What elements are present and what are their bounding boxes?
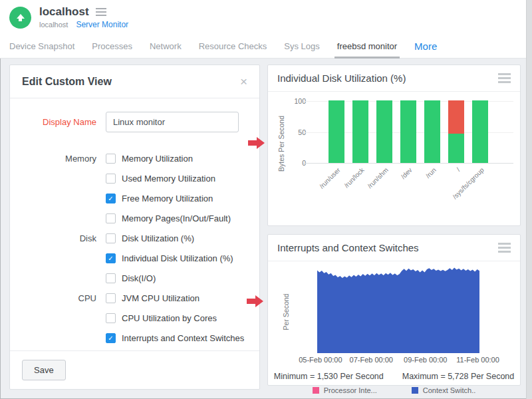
interrupts-plot-area: [317, 265, 479, 353]
checkbox-label: Disk Utilization (%): [122, 233, 194, 243]
edit-custom-view-dialog: Edit Custom View × Display Name MemoryMe…: [9, 65, 260, 390]
content-area: Edit Custom View × Display Name MemoryMe…: [0, 59, 532, 399]
bar-xlabel: /: [414, 166, 461, 213]
chart-menu-icon[interactable]: [498, 73, 511, 83]
tab-processes[interactable]: Processes: [92, 35, 132, 59]
dialog-title: Edit Custom View: [22, 76, 112, 88]
breadcrumb-server-monitor-link[interactable]: Server Monitor: [76, 20, 128, 29]
bar-/run/user: [329, 100, 344, 163]
group-label: Memory: [22, 154, 96, 164]
interrupts-xlabels: 05-Feb 00:00 07-Feb 00:00 09-Feb 00:00 1…: [317, 356, 479, 365]
save-button[interactable]: Save: [22, 360, 66, 380]
group-label: CPU: [22, 293, 96, 303]
vertical-scrollbar[interactable]: [526, 0, 532, 399]
checkbox-list: MemoryMemory UtilizationUsed Memory Util…: [22, 148, 247, 348]
checkbox-label: Interrupts and Context Switches: [122, 333, 244, 343]
bar-/dev: [400, 100, 416, 163]
checkbox-unchecked[interactable]: [106, 154, 116, 164]
checkbox-option-row: ✓Free Memory Utilization: [22, 188, 247, 208]
checkbox-checked[interactable]: ✓: [106, 253, 116, 263]
ytick-100: 100: [279, 97, 306, 105]
checkbox-option-row: Memory Pages(In/Out/Fault): [22, 208, 247, 228]
hamburger-menu-icon[interactable]: [96, 8, 106, 16]
checkbox-option-row: DiskDisk Utilization (%): [22, 228, 247, 248]
checkbox-unchecked[interactable]: [106, 313, 116, 323]
checkbox-option-row: CPU Utilization by Cores: [22, 308, 247, 328]
disk-bars: [329, 100, 488, 163]
bar-/: [448, 100, 464, 163]
display-name-input[interactable]: [106, 112, 239, 132]
interrupts-panel: Interrupts and Context Switches Per Seco…: [267, 234, 521, 386]
arrow-to-disk-chart-icon: [248, 137, 265, 149]
checkbox-option-row: Used Memory Utilization: [22, 168, 247, 188]
bar-xlabel: /run: [390, 166, 437, 213]
disk-chart-title: Individual Disk Utilization (%): [277, 72, 406, 84]
interrupts-area-chart: Per Second 4,000 2,000 0 05-Feb 00:00 07…: [268, 261, 520, 361]
checkbox-option-row: Disk(I/O): [22, 268, 247, 288]
bar-/run/lock: [352, 100, 368, 163]
display-name-label: Display Name: [22, 117, 96, 127]
interrupts-legend: Processor Inte... Context Switch..: [268, 386, 520, 394]
checkbox-checked[interactable]: ✓: [106, 194, 116, 203]
bar-xlabel: /sys/fs/cgroup: [438, 166, 485, 213]
area-series-svg: [317, 265, 479, 353]
disk-xlabels: /run/user/run/lock/run/shm/dev/run//sys/…: [329, 166, 488, 197]
context-switches-area: [317, 268, 479, 354]
bar-xlabel: /run/shm: [342, 166, 389, 213]
group-label: Disk: [22, 233, 96, 243]
checkbox-option-row: ✓Individual Disk Utilization (%): [22, 248, 247, 268]
ytick-0: 0: [279, 159, 306, 167]
checkbox-unchecked[interactable]: [106, 174, 116, 184]
checkbox-option-row: ✓Interrupts and Context Switches: [22, 328, 247, 348]
bar-xlabel: /run/user: [294, 166, 341, 213]
tab-freebsd-monitor[interactable]: freebsd monitor: [337, 35, 397, 59]
checkbox-label: JVM CPU Utilization: [122, 293, 200, 303]
bar-/run: [424, 100, 440, 163]
chart-menu-icon[interactable]: [498, 243, 511, 253]
bar-/run/shm: [376, 100, 392, 163]
checkbox-label: CPU Utilization by Cores: [122, 313, 217, 323]
checkbox-unchecked[interactable]: [106, 273, 116, 283]
checkbox-unchecked[interactable]: [106, 293, 116, 303]
disk-bar-chart: Bytes Per Second 100 50 0 /run/user/run/…: [268, 92, 520, 198]
interrupts-chart-title: Interrupts and Context Switches: [277, 242, 419, 253]
disk-plot-area: [303, 101, 513, 164]
checkbox-checked[interactable]: ✓: [106, 333, 116, 343]
checkbox-label: Individual Disk Utilization (%): [122, 253, 233, 263]
tab-sys-logs[interactable]: Sys Logs: [284, 35, 319, 59]
tab-bar: Device SnapshotProcessesNetworkResource …: [0, 35, 532, 59]
checkbox-option-row: MemoryMemory Utilization: [22, 148, 247, 168]
checkbox-unchecked[interactable]: [106, 233, 116, 243]
close-icon[interactable]: ×: [240, 75, 247, 88]
checkbox-unchecked[interactable]: [106, 213, 116, 223]
interrupts-y-axis-label: Per Second: [282, 289, 290, 335]
processor-interrupts-swatch-icon: [313, 387, 319, 394]
tab-more[interactable]: More: [414, 35, 437, 59]
checkbox-label: Free Memory Utilization: [122, 194, 213, 203]
breadcrumb-host: localhost: [39, 21, 68, 29]
app-header: localhost localhost Server Monitor: [0, 0, 532, 35]
checkbox-label: Disk(I/O): [122, 273, 156, 283]
tab-network[interactable]: Network: [150, 35, 182, 59]
checkbox-label: Used Memory Utilization: [122, 174, 215, 184]
tab-resource-checks[interactable]: Resource Checks: [199, 35, 267, 59]
minimum-text: Minimum = 1,530 Per Second: [274, 372, 384, 381]
maximum-text: Maximum = 5,728 Per Second: [402, 372, 515, 381]
up-arrow-icon: [17, 14, 25, 19]
tab-device-snapshot[interactable]: Device Snapshot: [9, 35, 74, 59]
bar-xlabel: /run/lock: [318, 166, 365, 213]
arrow-to-interrupts-chart-icon: [247, 295, 264, 307]
disk-utilization-panel: Individual Disk Utilization (%) Bytes Pe…: [267, 65, 521, 226]
legend-context-switches[interactable]: Context Switch..: [412, 386, 475, 394]
monitor-status-avatar: [9, 7, 31, 29]
legend-processor-interrupts[interactable]: Processor Inte...: [313, 386, 377, 394]
checkbox-label: Memory Pages(In/Out/Fault): [122, 213, 231, 223]
checkbox-label: Memory Utilization: [122, 154, 193, 164]
bar-xlabel: /dev: [366, 166, 413, 213]
min-max-summary: Minimum = 1,530 Per Second Maximum = 5,7…: [268, 372, 520, 381]
ytick-50: 50: [279, 128, 306, 136]
bar-/sys/fs/cgroup: [472, 100, 488, 163]
page-title: localhost: [39, 5, 89, 19]
checkbox-option-row: CPUJVM CPU Utilization: [22, 288, 247, 308]
context-switches-swatch-icon: [412, 387, 418, 394]
